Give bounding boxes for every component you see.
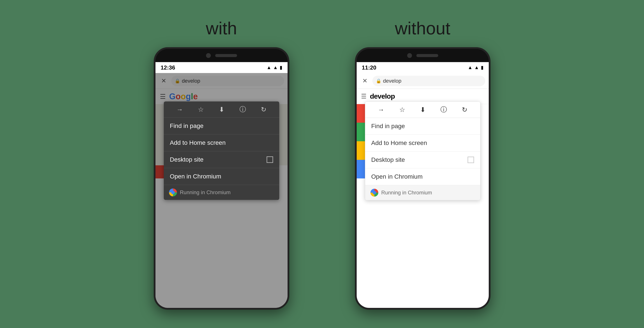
left-phone-top-bar: [156, 49, 288, 62]
right-menu-item-add[interactable]: Add to Home screen: [365, 135, 480, 152]
right-title: without: [395, 18, 450, 38]
google-g2: g: [186, 92, 191, 101]
right-time: 11:20: [362, 64, 376, 71]
left-menu-item-find[interactable]: Find in page: [164, 118, 279, 134]
left-url: develop: [182, 78, 200, 84]
right-dropdown-header: → ☆ ⬇ ⓘ ↻: [365, 102, 480, 118]
right-section: without 11:20 ▲ ▲ ▮ ✕: [355, 18, 490, 310]
right-chrome-toolbar: ✕ 🔒 develop: [357, 73, 489, 89]
right-camera: [407, 53, 412, 58]
right-download-icon[interactable]: ⬇: [420, 106, 426, 114]
google-o2: o: [181, 92, 186, 101]
left-phone: 12:36 ▲ ▲ ▮ ✕ 🔒 develop: [154, 47, 289, 310]
google-g: G: [169, 92, 176, 101]
left-refresh-icon[interactable]: ↻: [261, 106, 266, 113]
left-footer-text: Running in Chromium: [180, 189, 231, 196]
right-info-icon[interactable]: ⓘ: [440, 105, 447, 114]
left-status-bar: 12:36 ▲ ▲ ▮: [156, 62, 288, 73]
right-status-icons: ▲ ▲ ▮: [468, 65, 484, 70]
left-signal-icon: ▲: [273, 65, 278, 70]
google-o1: o: [176, 92, 181, 101]
google-e: e: [193, 92, 198, 101]
left-info-icon[interactable]: ⓘ: [240, 105, 246, 114]
left-camera: [206, 53, 211, 58]
right-address-bar[interactable]: 🔒 develop: [372, 76, 485, 86]
right-devsite-logo: develop: [370, 92, 395, 100]
right-forward-icon[interactable]: →: [378, 106, 384, 114]
right-checkbox-icon[interactable]: [468, 156, 474, 163]
left-star-icon[interactable]: ☆: [198, 106, 204, 113]
left-speaker: [215, 54, 237, 57]
left-battery-icon: ▮: [280, 65, 282, 70]
right-phone-top-bar: [357, 49, 489, 62]
right-menu-item-desktop[interactable]: Desktop site: [365, 152, 480, 168]
left-address-bar[interactable]: 🔒 develop: [171, 76, 284, 86]
right-chromium-icon: [370, 189, 378, 196]
right-battery-icon: ▮: [481, 65, 484, 70]
right-status-bar: 11:20 ▲ ▲ ▮: [357, 62, 489, 73]
right-dropdown-footer: Running in Chromium: [365, 185, 480, 200]
left-dropdown-menu: → ☆ ⬇ ⓘ ↻ Find in page Add to Home scree…: [164, 102, 279, 200]
left-forward-icon[interactable]: →: [176, 106, 183, 113]
right-star-icon[interactable]: ☆: [399, 106, 405, 114]
left-menu-item-open[interactable]: Open in Chromium: [164, 168, 279, 185]
right-menu-item-open[interactable]: Open in Chromium: [365, 168, 480, 185]
left-hamburger-icon: ☰: [160, 93, 166, 100]
right-phone: 11:20 ▲ ▲ ▮ ✕ 🔒 develop: [355, 47, 490, 310]
left-close-btn[interactable]: ✕: [159, 76, 168, 86]
right-menu-item-find[interactable]: Find in page: [365, 118, 480, 135]
main-container: with 12:36 ▲ ▲ ▮: [0, 18, 644, 310]
left-status-icons: ▲ ▲ ▮: [266, 65, 282, 70]
right-url: develop: [383, 78, 402, 84]
right-hamburger-icon: ☰: [361, 93, 366, 100]
left-dropdown: → ☆ ⬇ ⓘ ↻ Find in page Add to Home scree…: [162, 102, 281, 200]
left-checkbox-icon[interactable]: [266, 156, 273, 163]
left-dropdown-header: → ☆ ⬇ ⓘ ↻: [164, 102, 279, 118]
right-close-btn[interactable]: ✕: [360, 76, 370, 86]
left-menu-item-add[interactable]: Add to Home screen: [164, 134, 279, 151]
right-dropdown: → ☆ ⬇ ⓘ ↻ Find in page Add to Home scree…: [363, 102, 482, 200]
right-wifi-icon: ▲: [468, 65, 472, 70]
left-section: with 12:36 ▲ ▲ ▮: [154, 18, 289, 310]
left-time: 12:36: [161, 64, 176, 71]
left-phone-screen: 12:36 ▲ ▲ ▮ ✕ 🔒 develop: [156, 62, 288, 308]
left-download-icon[interactable]: ⬇: [219, 106, 224, 113]
left-chrome-toolbar: ✕ 🔒 develop: [156, 73, 288, 89]
left-chromium-icon: [169, 188, 177, 196]
left-wifi-icon: ▲: [266, 65, 272, 70]
right-signal-icon: ▲: [474, 65, 479, 70]
right-speaker: [416, 54, 438, 57]
left-title: with: [206, 18, 237, 38]
right-phone-screen: 11:20 ▲ ▲ ▮ ✕ 🔒 develop: [357, 62, 489, 308]
right-refresh-icon[interactable]: ↻: [462, 106, 467, 114]
left-menu-item-desktop[interactable]: Desktop site: [164, 151, 279, 168]
right-dropdown-menu: → ☆ ⬇ ⓘ ↻ Find in page Add to Home scree…: [365, 102, 480, 200]
right-footer-text: Running in Chromium: [381, 190, 432, 196]
left-dropdown-footer: Running in Chromium: [164, 185, 279, 200]
google-l: l: [191, 92, 193, 101]
